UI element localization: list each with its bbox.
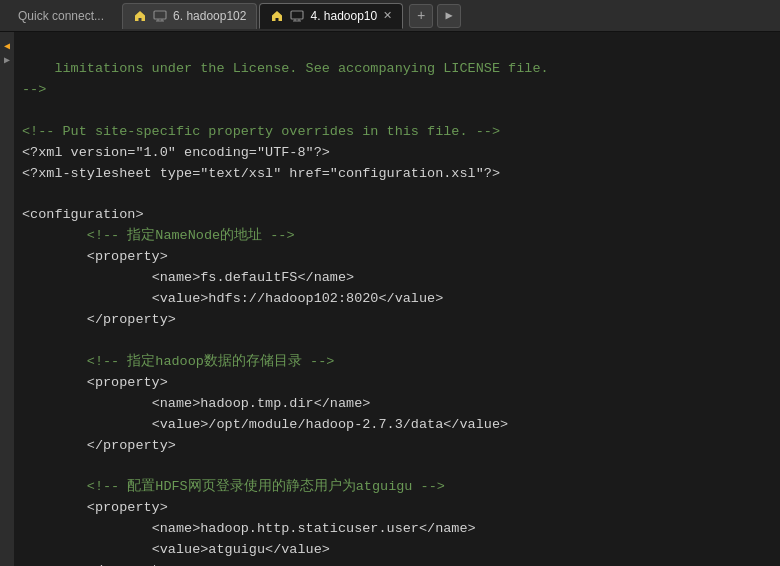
titlebar: Quick connect... 6. hadoop102 [0, 0, 780, 32]
line-13: <property> [22, 375, 168, 390]
line-2: --> [22, 82, 46, 97]
line-1: limitations under the License. See accom… [22, 61, 549, 76]
line-16: </property> [22, 438, 176, 453]
line-7: <!-- 指定NameNode的地址 --> [22, 228, 295, 243]
tab-label: 6. hadoop102 [173, 9, 246, 23]
home-icon [133, 9, 147, 23]
quick-connect-label[interactable]: Quick connect... [8, 9, 114, 23]
line-12: <!-- 指定hadoop数据的存储目录 --> [22, 354, 334, 369]
line-11: </property> [22, 312, 176, 327]
line-3: <!-- Put site-specific property override… [22, 124, 500, 139]
tab-hadoop10[interactable]: 4. hadoop10 ✕ [259, 3, 403, 29]
line-14: <name>hadoop.tmp.dir</name> [22, 396, 370, 411]
home-icon-2 [270, 9, 284, 23]
nav-arrow-button[interactable]: ▶ [437, 4, 461, 28]
left-arrow-icon[interactable]: ◀ [4, 42, 10, 52]
tab-hadoop102[interactable]: 6. hadoop102 [122, 3, 257, 29]
line-8: <property> [22, 249, 168, 264]
tab-close-button[interactable]: ✕ [383, 9, 392, 22]
line-20: <value>atguigu</value> [22, 542, 330, 557]
line-15: <value>/opt/module/hadoop-2.7.3/data</va… [22, 417, 508, 432]
line-17: <!-- 配置HDFS网页登录使用的静态用户为atguigu --> [22, 479, 445, 494]
line-19: <name>hadoop.http.staticuser.user</name> [22, 521, 476, 536]
terminal-area[interactable]: limitations under the License. See accom… [14, 32, 780, 566]
line-10: <value>hdfs://hadoop102:8020</value> [22, 291, 443, 306]
svg-rect-0 [154, 11, 166, 19]
left-sidebar: ◀ ▶ [0, 32, 14, 566]
tab-label-2: 4. hadoop10 [310, 9, 377, 23]
line-5: <?xml-stylesheet type="text/xsl" href="c… [22, 166, 500, 181]
add-tab-button[interactable]: + [409, 4, 433, 28]
monitor-icon-2 [290, 9, 304, 23]
monitor-icon [153, 9, 167, 23]
line-9: <name>fs.defaultFS</name> [22, 270, 354, 285]
line-4: <?xml version="1.0" encoding="UTF-8"?> [22, 145, 330, 160]
svg-rect-4 [291, 11, 303, 19]
line-18: <property> [22, 500, 168, 515]
right-arrow-icon[interactable]: ▶ [4, 56, 10, 66]
tabs-area: 6. hadoop102 4. hadoop10 ✕ + ▶ [122, 3, 772, 29]
line-6: <configuration> [22, 207, 144, 222]
